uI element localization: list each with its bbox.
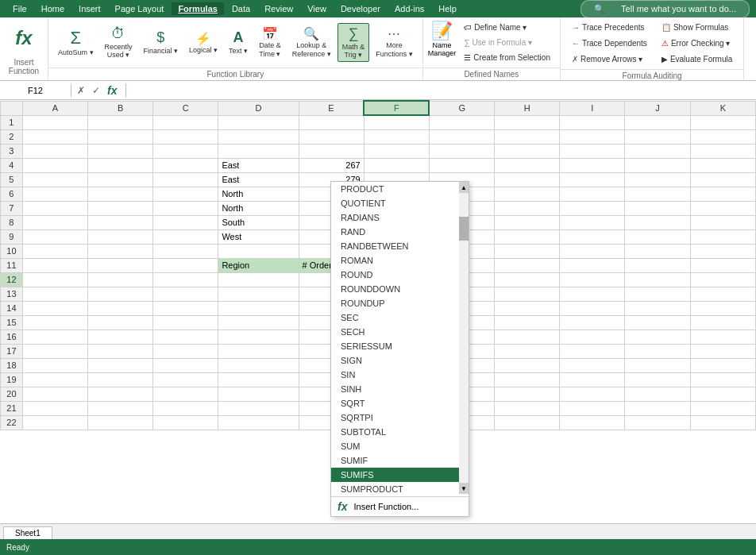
cell[interactable] xyxy=(299,129,364,144)
cell[interactable] xyxy=(429,158,494,172)
cell[interactable] xyxy=(625,358,690,372)
cell[interactable] xyxy=(560,301,625,315)
cell[interactable]: North xyxy=(218,201,299,215)
cell[interactable] xyxy=(153,215,218,229)
formula-input[interactable] xyxy=(126,84,756,97)
cell[interactable] xyxy=(690,187,755,201)
cell[interactable] xyxy=(690,129,755,144)
cell[interactable] xyxy=(88,415,153,430)
col-header-a[interactable]: A xyxy=(22,101,87,115)
cell[interactable] xyxy=(88,272,153,287)
cell[interactable] xyxy=(690,372,755,387)
menu-developer[interactable]: Developer xyxy=(334,2,387,15)
cell[interactable] xyxy=(153,229,218,244)
dropdown-item-sqrt[interactable]: SQRT xyxy=(331,396,459,410)
cell[interactable] xyxy=(364,129,429,144)
scroll-track[interactable] xyxy=(459,193,469,483)
cell[interactable] xyxy=(22,401,87,415)
cell[interactable] xyxy=(560,387,625,401)
show-formulas-btn[interactable]: 📋 Show Formulas xyxy=(657,21,737,34)
cell[interactable]: North xyxy=(218,187,299,201)
cell[interactable] xyxy=(218,387,299,401)
cell[interactable] xyxy=(625,115,690,129)
cell[interactable] xyxy=(153,401,218,415)
evaluate-formula-btn[interactable]: ▶ Evaluate Formula xyxy=(657,52,737,66)
cell[interactable] xyxy=(690,229,755,244)
dropdown-item-sumifs[interactable]: SUMIFS xyxy=(331,468,459,482)
cell[interactable] xyxy=(560,272,625,287)
cell[interactable] xyxy=(218,372,299,387)
define-name-btn[interactable]: 🏷 Define Name ▾ xyxy=(459,21,555,34)
cell[interactable] xyxy=(364,144,429,158)
cell[interactable] xyxy=(495,229,560,244)
tell-me-input[interactable]: 🔍 Tell me what you want to do... xyxy=(580,0,750,18)
cell[interactable] xyxy=(153,315,218,330)
col-header-b[interactable]: B xyxy=(88,101,153,115)
cell[interactable] xyxy=(153,301,218,315)
dropdown-item-rand[interactable]: RAND xyxy=(331,225,459,239)
cell[interactable] xyxy=(560,215,625,229)
cell[interactable] xyxy=(153,330,218,344)
cell[interactable] xyxy=(88,301,153,315)
cell[interactable] xyxy=(625,401,690,415)
scrollbar[interactable]: ▲ ▼ xyxy=(459,182,469,494)
cell[interactable] xyxy=(495,244,560,258)
cell[interactable] xyxy=(690,344,755,358)
financial-btn[interactable]: $ Financial ▾ xyxy=(139,27,183,57)
dropdown-item-sech[interactable]: SECH xyxy=(331,325,459,339)
cell[interactable] xyxy=(153,372,218,387)
menu-view[interactable]: View xyxy=(301,2,333,15)
cell[interactable] xyxy=(153,115,218,129)
math-trig-dropdown[interactable]: PRODUCTQUOTIENTRADIANSRANDRANDBETWEENROM… xyxy=(330,181,469,517)
cell[interactable]: East xyxy=(218,172,299,187)
insert-function-footer[interactable]: fx Insert Function... xyxy=(331,496,469,516)
cell[interactable] xyxy=(560,315,625,330)
cell[interactable] xyxy=(22,272,87,287)
cell[interactable] xyxy=(560,115,625,129)
cell[interactable] xyxy=(22,201,87,215)
create-from-selection-btn[interactable]: ☰ Create from Selection xyxy=(459,51,555,64)
cell[interactable] xyxy=(22,187,87,201)
cell[interactable] xyxy=(153,344,218,358)
cell[interactable] xyxy=(88,387,153,401)
text-btn[interactable]: A Text ▾ xyxy=(224,27,253,57)
cell[interactable] xyxy=(495,358,560,372)
cell[interactable] xyxy=(625,387,690,401)
cell[interactable] xyxy=(495,330,560,344)
cell[interactable] xyxy=(88,358,153,372)
cell[interactable] xyxy=(22,330,87,344)
cell[interactable] xyxy=(88,144,153,158)
cell[interactable] xyxy=(22,215,87,229)
cell[interactable] xyxy=(690,244,755,258)
cell[interactable] xyxy=(88,330,153,344)
scroll-down-btn[interactable]: ▼ xyxy=(459,483,469,494)
cell[interactable] xyxy=(22,244,87,258)
cell[interactable] xyxy=(218,415,299,430)
cell[interactable] xyxy=(495,401,560,415)
cell[interactable] xyxy=(153,258,218,272)
cell[interactable] xyxy=(22,258,87,272)
cell[interactable] xyxy=(625,187,690,201)
cell[interactable]: West xyxy=(218,229,299,244)
cell[interactable] xyxy=(218,287,299,301)
cell[interactable] xyxy=(625,344,690,358)
math-trig-btn[interactable]: ∑ Math &Trig ▾ xyxy=(338,23,370,62)
cell[interactable] xyxy=(22,358,87,372)
dropdown-item-subtotal[interactable]: SUBTOTAL xyxy=(331,425,459,439)
cell[interactable] xyxy=(22,415,87,430)
cell[interactable] xyxy=(560,330,625,344)
cell[interactable] xyxy=(153,187,218,201)
cell[interactable]: South xyxy=(218,215,299,229)
cell[interactable] xyxy=(495,258,560,272)
col-header-f[interactable]: F xyxy=(364,101,429,115)
cell[interactable] xyxy=(218,358,299,372)
dropdown-item-roman[interactable]: ROMAN xyxy=(331,253,459,268)
menu-insert[interactable]: Insert xyxy=(72,2,107,15)
col-header-c[interactable]: C xyxy=(153,101,218,115)
cell[interactable] xyxy=(218,401,299,415)
dropdown-item-quotient[interactable]: QUOTIENT xyxy=(331,196,459,210)
cell[interactable] xyxy=(88,215,153,229)
cell[interactable] xyxy=(218,244,299,258)
cell[interactable] xyxy=(218,301,299,315)
cell[interactable] xyxy=(88,172,153,187)
